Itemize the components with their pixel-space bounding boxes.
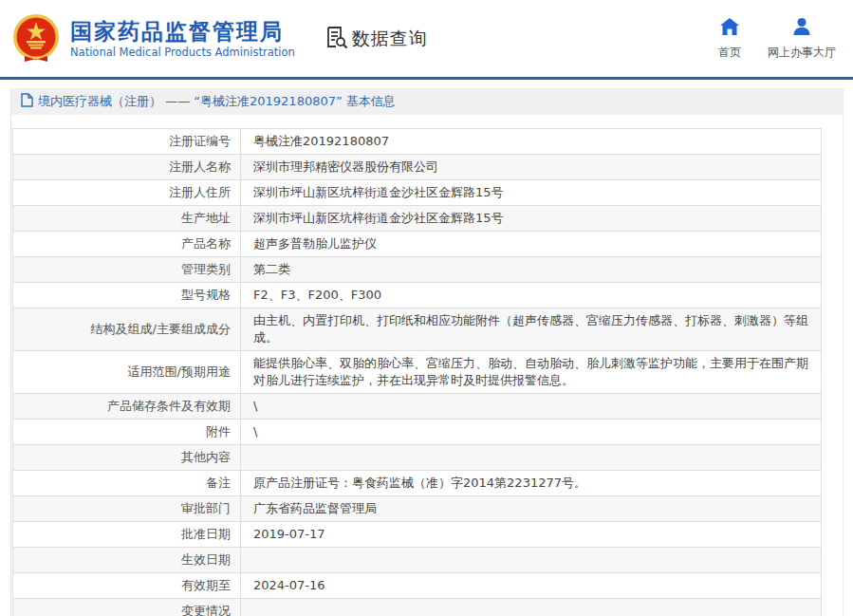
- row-label: 生产地址: [13, 206, 241, 232]
- table-row: 管理类别第二类: [13, 257, 822, 283]
- content-area: 境内医疗器械（注册） —— “粤械注准20192180807” 基本信息 注册证…: [10, 88, 844, 616]
- row-label: 审批部门: [13, 496, 241, 522]
- data-query-section[interactable]: 数据查询: [324, 25, 428, 53]
- header-nav: 首页 网上办事大厅: [718, 17, 836, 61]
- row-label: 变更情况: [13, 599, 241, 616]
- table-row: 型号规格F2、F3、F200、F300: [13, 283, 822, 308]
- row-value: 广东省药品监督管理局: [241, 496, 822, 522]
- row-value: \: [241, 394, 822, 420]
- row-label: 注册人住所: [13, 180, 241, 206]
- row-label: 附件: [13, 420, 241, 445]
- row-value: 深圳市理邦精密仪器股份有限公司: [241, 155, 822, 180]
- table-row: 适用范围/预期用途能提供胎心率、双胎的胎心率、宫缩压力、胎动、自动胎动、胎儿刺激…: [13, 351, 822, 394]
- row-label: 结构及组成/主要组成成分: [13, 308, 241, 351]
- row-value: 深圳市坪山新区坑梓街道金沙社区金辉路15号: [241, 206, 822, 232]
- row-label: 产品名称: [13, 232, 241, 257]
- row-value: [241, 548, 822, 573]
- row-label: 有效期至: [13, 573, 241, 599]
- table-row: 产品储存条件及有效期\: [13, 394, 822, 420]
- row-label: 产品储存条件及有效期: [13, 394, 241, 420]
- table-row: 生产地址深圳市坪山新区坑梓街道金沙社区金辉路15号: [13, 206, 822, 232]
- row-label: 注册人名称: [13, 155, 241, 180]
- row-value: 粤械注准20192180807: [241, 129, 822, 155]
- nmpa-emblem-logo: [9, 12, 63, 65]
- table-row: 注册证编号粤械注准20192180807: [13, 129, 822, 155]
- person-icon: [791, 17, 812, 40]
- org-title-block: 国家药品监督管理局 National Medical Products Admi…: [70, 18, 295, 60]
- table-row: 变更情况: [13, 599, 822, 616]
- national-emblem-icon: [9, 12, 63, 65]
- row-value: 能提供胎心率、双胎的胎心率、宫缩压力、胎动、自动胎动、胎儿刺激等监护功能，主要用…: [241, 351, 822, 394]
- document-icon: [21, 93, 33, 111]
- row-value: [241, 599, 822, 616]
- row-value: 第二类: [241, 257, 822, 283]
- row-label: 生效日期: [13, 548, 241, 573]
- table-row: 审批部门广东省药品监督管理局: [13, 496, 822, 522]
- table-row: 备注原产品注册证号：粤食药监械（准）字2014第2231277号。: [13, 471, 822, 496]
- table-row: 注册人名称深圳市理邦精密仪器股份有限公司: [13, 155, 822, 180]
- table-row: 其他内容: [13, 445, 822, 471]
- row-value: 深圳市坪山新区坑梓街道金沙社区金辉路15号: [241, 180, 822, 206]
- table-row: 批准日期2019-07-17: [13, 522, 822, 548]
- info-table-body: 注册证编号粤械注准20192180807注册人名称深圳市理邦精密仪器股份有限公司…: [13, 129, 822, 616]
- row-value: 原产品注册证号：粤食药监械（准）字2014第2231277号。: [241, 471, 822, 496]
- org-name-en: National Medical Products Administration: [70, 45, 295, 60]
- table-row: 有效期至2024-07-16: [13, 573, 822, 599]
- row-value: 2019-07-17: [241, 522, 822, 548]
- nav-item-service-hall[interactable]: 网上办事大厅: [768, 17, 836, 61]
- page-title: 境内医疗器械（注册） —— “粤械注准20192180807” 基本信息: [38, 93, 396, 110]
- home-icon: [719, 17, 740, 40]
- data-query-icon: [324, 25, 348, 53]
- nav-label-home: 首页: [718, 45, 741, 61]
- registration-info: 注册证编号粤械注准20192180807注册人名称深圳市理邦精密仪器股份有限公司…: [11, 115, 843, 616]
- row-value: 2024-07-16: [241, 573, 822, 599]
- table-row: 注册人住所深圳市坪山新区坑梓街道金沙社区金辉路15号: [13, 180, 822, 206]
- info-table: 注册证编号粤械注准20192180807注册人名称深圳市理邦精密仪器股份有限公司…: [12, 128, 822, 616]
- table-row: 结构及组成/主要组成成分由主机、内置打印机、打印纸和相应功能附件（超声传感器、宫…: [13, 308, 822, 351]
- row-label: 型号规格: [13, 283, 241, 308]
- row-label: 备注: [13, 471, 241, 496]
- row-value: 由主机、内置打印机、打印纸和相应功能附件（超声传感器、宫缩压力传感器、打标器、刺…: [241, 308, 822, 351]
- row-value: 超声多普勒胎儿监护仪: [241, 232, 822, 257]
- row-label: 批准日期: [13, 522, 241, 548]
- nav-label-service-hall: 网上办事大厅: [768, 45, 836, 61]
- row-value: [241, 445, 822, 471]
- row-value: \: [241, 420, 822, 445]
- table-row: 生效日期: [13, 548, 822, 573]
- row-label: 适用范围/预期用途: [13, 351, 241, 394]
- page-header: 国家药品监督管理局 National Medical Products Admi…: [0, 0, 853, 80]
- row-label: 其他内容: [13, 445, 241, 471]
- row-value: F2、F3、F200、F300: [241, 283, 822, 308]
- row-label: 注册证编号: [13, 129, 241, 155]
- table-row: 产品名称超声多普勒胎儿监护仪: [13, 232, 822, 257]
- row-label: 管理类别: [13, 257, 241, 283]
- breadcrumb: 境内医疗器械（注册） —— “粤械注准20192180807” 基本信息: [11, 88, 843, 115]
- table-row: 附件\: [13, 420, 822, 445]
- nav-item-home[interactable]: 首页: [718, 17, 741, 61]
- data-query-label: 数据查询: [352, 27, 428, 51]
- org-name-zh: 国家药品监督管理局: [70, 18, 295, 45]
